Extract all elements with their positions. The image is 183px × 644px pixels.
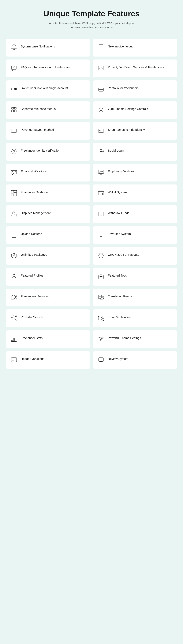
feature-label-switch-user-role: Switch user role with single account [21, 85, 68, 90]
feature-label-header-variations: Header Variations [21, 356, 44, 361]
page-subtitle: A better Freeio is out there. We'll help… [47, 21, 136, 30]
page-title: Unique Template Features [6, 9, 177, 18]
card-icon [10, 127, 18, 134]
feature-card-powerful-search: Powerful Search [6, 310, 90, 327]
svg-point-28 [100, 149, 102, 151]
user-settings-icon [10, 210, 18, 218]
verified-icon [10, 148, 18, 155]
svg-point-29 [103, 150, 104, 152]
wallet-icon [97, 189, 105, 197]
svg-rect-78 [11, 358, 17, 362]
feature-card-project-job-board: Project, Job Board Services & Freelancer… [93, 60, 177, 77]
feature-card-switch-user-role: Switch user role with single account [6, 80, 90, 98]
monitor-chart-icon [97, 168, 105, 176]
search-gear-icon [10, 314, 18, 322]
svg-point-40 [102, 194, 103, 194]
feature-card-withdraw: Withdraw Funds [93, 205, 177, 223]
svg-rect-23 [98, 129, 104, 132]
code-box-icon [97, 64, 105, 72]
feature-label-theme-settings: 700+ Theme Settings Controls [108, 106, 148, 111]
feature-label-system-notifications: System base Notifications [21, 44, 55, 48]
feature-card-freelancer-identity: Freelancer identity verification [6, 143, 90, 161]
svg-point-42 [15, 215, 16, 216]
feature-label-featured-jobs: Featured Jobs [108, 272, 127, 278]
mail-icon [10, 168, 18, 176]
feature-label-project-job-board: Project, Job Board Services & Freelancer… [108, 64, 164, 69]
feature-label-portfolio: Portfolio for freelancers [108, 85, 139, 90]
briefcase-icon [97, 85, 105, 93]
bell-icon [10, 44, 18, 51]
feature-label-payoneer: Payoneer payout method [21, 127, 54, 132]
feature-card-featured-profiles: Featured Profiles [6, 268, 90, 286]
feature-label-new-invoice: New invoice layout [108, 44, 133, 48]
feature-label-favorites: Favorites System [108, 231, 131, 236]
svg-rect-0 [99, 45, 103, 50]
svg-line-48 [13, 254, 15, 255]
svg-point-64 [13, 317, 14, 318]
svg-rect-35 [11, 190, 14, 193]
feature-card-translation-ready: Translation Ready [93, 288, 177, 306]
features-grid: System base NotificationsNew invoice lay… [6, 39, 177, 369]
svg-rect-37 [11, 194, 14, 196]
upload-doc-icon [10, 231, 18, 238]
featured-jobs-icon [97, 272, 105, 280]
cron-icon [97, 252, 105, 260]
svg-line-63 [15, 319, 16, 320]
svg-rect-56 [12, 296, 13, 296]
feature-card-wallet-system: Wallet System [93, 184, 177, 202]
svg-rect-20 [11, 129, 17, 132]
svg-point-77 [100, 340, 101, 341]
svg-rect-38 [14, 192, 17, 196]
dashboard-grid-icon [10, 189, 18, 197]
svg-marker-54 [100, 276, 102, 277]
feature-label-freelancer-dashboard: Freelancer Dashboard [21, 189, 50, 194]
svg-point-41 [12, 212, 14, 214]
feature-label-cron-job: CRON Job For Payouts [108, 252, 139, 257]
feature-label-wallet-system: Wallet System [108, 189, 127, 194]
review-icon [97, 356, 105, 364]
feature-label-translation-ready: Translation Ready [108, 293, 132, 298]
feature-card-cron-job: CRON Job For Payouts [93, 247, 177, 265]
feature-card-review-system: Review System [93, 351, 177, 369]
feature-card-freelancer-dashboard: Freelancer Dashboard [6, 184, 90, 202]
feature-label-employers-dashboard: Employers Dashboard [108, 168, 137, 174]
toggle-icon [10, 85, 18, 93]
feature-label-unlimited-packages: Unlimited Packages [21, 252, 47, 257]
svg-rect-12 [99, 88, 103, 91]
feature-card-freelancer-stats: Freelancer Stats [6, 330, 90, 348]
feature-label-review-system: Review System [108, 356, 128, 361]
svg-line-9 [101, 68, 101, 69]
svg-point-75 [100, 337, 101, 338]
feature-label-powerful-theme: Powerful Theme Settings [108, 335, 141, 340]
feature-card-disputes: Disputes Management [6, 205, 90, 223]
svg-rect-81 [99, 358, 103, 362]
withdraw-icon [97, 210, 105, 218]
svg-point-18 [100, 109, 102, 111]
svg-rect-14 [11, 108, 13, 109]
svg-rect-68 [11, 340, 13, 342]
feature-label-short-names: Short names to hide Identity [108, 127, 145, 132]
feature-label-freelancer-stats: Freelancer Stats [21, 335, 43, 340]
svg-point-67 [102, 318, 104, 321]
bookmark-icon [97, 231, 105, 238]
feature-card-portfolio: Portfolio for freelancers [93, 80, 177, 98]
feature-card-unlimited-packages: Unlimited Packages [6, 247, 90, 265]
feature-card-social-login: Social Login [93, 143, 177, 161]
services-icon [10, 293, 18, 301]
feature-card-employers-dashboard: Employers Dashboard [93, 164, 177, 182]
svg-rect-39 [98, 192, 104, 195]
feature-label-freelancers-services: Freelancers Services [21, 293, 49, 298]
feature-label-powerful-search: Powerful Search [21, 314, 43, 319]
svg-point-11 [14, 88, 16, 90]
feature-label-emails-notifications: Emails Notifications [21, 168, 47, 174]
svg-rect-16 [11, 110, 13, 112]
feature-card-freelancers-services: Freelancers Services [6, 288, 90, 306]
feature-label-separate-role-menus: Separate role base menus [21, 106, 56, 111]
sliders-icon [97, 335, 105, 343]
profile-star-icon [10, 272, 18, 280]
svg-point-24 [100, 130, 101, 131]
feature-card-new-invoice: New invoice layout [93, 39, 177, 56]
svg-rect-55 [11, 296, 14, 299]
feature-card-faq: FAQ for jobs, service and freelancers [6, 60, 90, 77]
svg-rect-15 [14, 108, 16, 109]
